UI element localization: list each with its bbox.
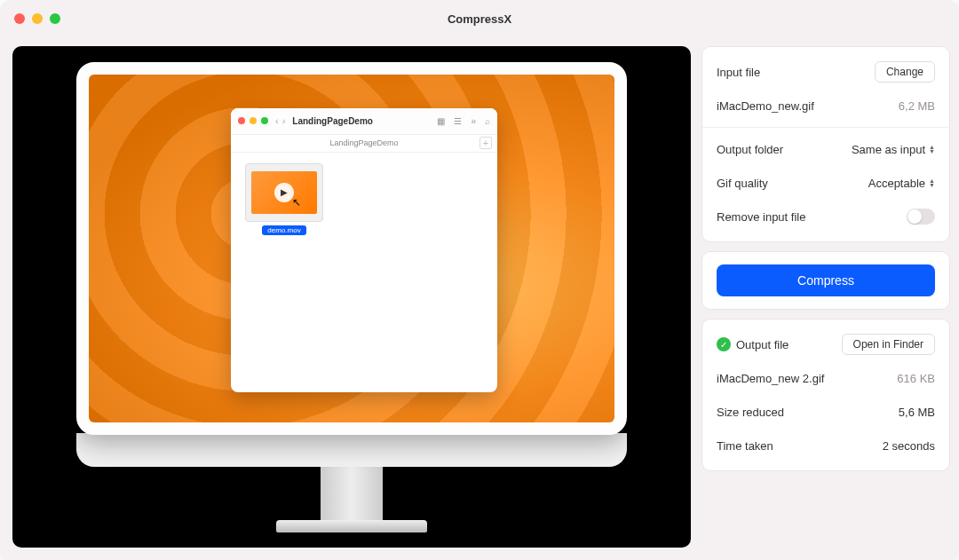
app-title: CompressX — [448, 12, 511, 26]
play-icon: ▶ — [274, 183, 294, 202]
search-icon: ⌕ — [485, 116, 490, 126]
gif-quality-select[interactable]: Acceptable ▲▼ — [868, 177, 935, 190]
gif-quality-label: Gif quality — [717, 177, 768, 190]
output-filename: iMacDemo_new 2.gif — [717, 372, 824, 385]
share-icon: » — [471, 116, 476, 126]
window-controls — [14, 13, 60, 24]
back-icon: ‹ — [275, 115, 279, 126]
chevron-updown-icon: ▲▼ — [929, 178, 935, 187]
size-reduced-value: 5,6 MB — [899, 406, 935, 419]
output-filesize: 616 KB — [897, 372, 935, 385]
imac-screen: ‹ › LandingPageDemo ▦ ☰ » ⌕ — [76, 62, 627, 435]
input-card: Input file Change iMacDemo_new.gif 6,2 M… — [701, 46, 950, 242]
gif-quality-value: Acceptable — [868, 177, 925, 190]
open-in-finder-button[interactable]: Open in Finder — [842, 334, 935, 355]
imac-chin — [76, 433, 627, 467]
body: ‹ › LandingPageDemo ▦ ☰ » ⌕ — [0, 37, 959, 560]
app-window: CompressX ‹ — [0, 0, 959, 560]
cursor-icon: ↖ — [292, 196, 301, 209]
time-taken-label: Time taken — [717, 439, 773, 453]
input-filesize: 6,2 MB — [899, 99, 935, 113]
chevron-updown-icon: ▲▼ — [929, 145, 935, 154]
output-folder-value: Same as input — [852, 143, 925, 156]
close-icon[interactable] — [14, 13, 25, 24]
file-thumbnail: ▶ ↖ — [245, 163, 323, 222]
output-file-label: Output file — [736, 338, 789, 351]
finder-toolbar: ‹ › LandingPageDemo ▦ ☰ » ⌕ — [231, 108, 497, 135]
change-button[interactable]: Change — [875, 61, 935, 83]
finder-window: ‹ › LandingPageDemo ▦ ☰ » ⌕ — [231, 108, 497, 392]
minimize-icon[interactable] — [32, 13, 43, 24]
compress-button[interactable]: Compress — [717, 264, 935, 296]
size-reduced-label: Size reduced — [717, 406, 784, 419]
maximize-icon[interactable] — [50, 13, 60, 24]
forward-icon: › — [282, 115, 286, 126]
file-item: ▶ ↖ demo.mov — [242, 163, 327, 235]
input-file-label: Input file — [717, 66, 760, 79]
imac-stand-base — [276, 520, 427, 532]
imac-stand-neck — [321, 467, 383, 520]
list-icon: ☰ — [454, 116, 462, 126]
remove-input-toggle[interactable] — [907, 209, 935, 225]
imac-illustration: ‹ › LandingPageDemo ▦ ☰ » ⌕ — [76, 62, 627, 532]
finder-content: ▶ ↖ demo.mov — [231, 153, 497, 246]
camera-dot-icon — [349, 67, 354, 72]
output-folder-label: Output folder — [717, 143, 783, 156]
titlebar: CompressX — [0, 0, 959, 37]
grid-icon: ▦ — [437, 116, 445, 126]
finder-tabbar: LandingPageDemo + — [231, 135, 497, 153]
output-folder-select[interactable]: Same as input ▲▼ — [852, 143, 935, 156]
minimize-icon — [250, 117, 257, 124]
file-name-label: demo.mov — [262, 225, 305, 235]
divider — [702, 127, 949, 128]
finder-title: LandingPageDemo — [292, 116, 373, 126]
finder-window-controls — [238, 117, 268, 124]
maximize-icon — [261, 117, 268, 124]
check-circle-icon: ✓ — [717, 337, 731, 351]
side-panel: Input file Change iMacDemo_new.gif 6,2 M… — [701, 46, 950, 548]
input-filename: iMacDemo_new.gif — [717, 99, 814, 113]
remove-input-label: Remove input file — [717, 210, 805, 224]
new-tab-icon: + — [480, 137, 492, 149]
finder-toolbar-icons: ▦ ☰ » ⌕ — [437, 116, 490, 126]
action-card: Compress — [701, 251, 950, 310]
finder-tab-label: LandingPageDemo — [329, 138, 398, 147]
finder-nav: ‹ › — [275, 115, 285, 126]
preview-pane: ‹ › LandingPageDemo ▦ ☰ » ⌕ — [12, 46, 691, 548]
time-taken-value: 2 seconds — [883, 439, 935, 453]
output-card: ✓ Output file Open in Finder iMacDemo_ne… — [701, 319, 950, 471]
close-icon — [238, 117, 245, 124]
